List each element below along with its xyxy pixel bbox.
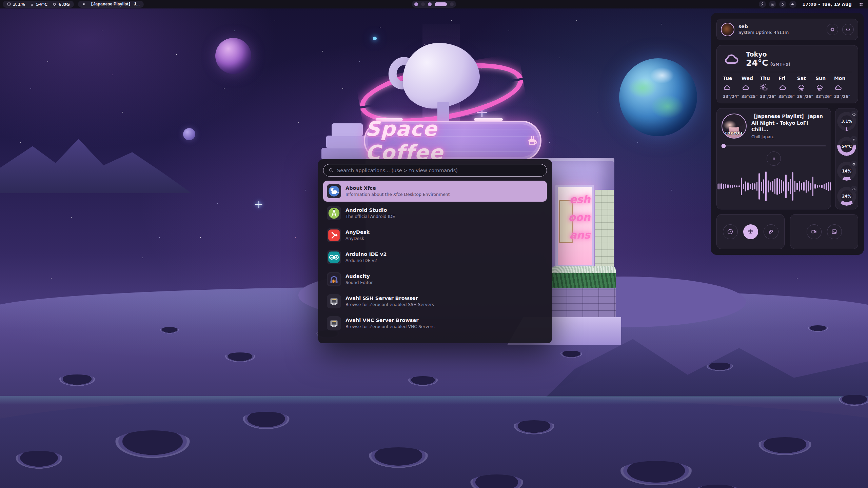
visualizer-bar — [734, 185, 735, 187]
audio-visualizer — [722, 167, 826, 206]
crater — [241, 412, 292, 430]
launcher-item[interactable]: AnyDeskAnyDesk — [323, 225, 547, 246]
capture-image-button[interactable] — [827, 224, 842, 239]
visualizer-bar — [730, 185, 731, 188]
visualizer-bar — [824, 184, 825, 189]
video-icon — [811, 228, 817, 235]
gauge-speedometer: 3.1% — [837, 112, 856, 131]
seek-handle[interactable] — [722, 144, 726, 148]
weather-forecast: Tue33°/24°Wed35°/25°Thu33°/26°Fri35°/26°… — [723, 76, 852, 99]
profile-speedometer-button[interactable] — [723, 224, 738, 239]
small-planet — [183, 128, 195, 140]
thermometer-icon — [30, 2, 34, 6]
search-bar[interactable] — [323, 164, 547, 177]
forecast-temps: 35°/26° — [778, 94, 795, 99]
brick-base — [551, 288, 616, 317]
app-icon-android-studio — [327, 206, 341, 220]
profile-scales-button[interactable] — [743, 224, 758, 239]
crater — [756, 437, 814, 456]
app-icon-arduino — [327, 250, 341, 264]
workspace-dot-5[interactable] — [450, 2, 454, 6]
launcher-item[interactable]: Avahi VNC Server BrowserBrowse for Zeroc… — [323, 313, 547, 334]
workspace-dot-2[interactable] — [421, 2, 425, 6]
planter-bush — [551, 273, 616, 288]
launcher-item[interactable]: Arduino IDE v2Arduino IDE v2 — [323, 247, 547, 268]
forecast-day-label: Fri — [778, 76, 785, 81]
launcher-item[interactable]: AudacitySound Editor — [323, 269, 547, 290]
app-texts: Avahi VNC Server BrowserBrowse for Zeroc… — [346, 318, 434, 329]
workspace-dot-4[interactable] — [435, 2, 447, 6]
visualizer-bar — [796, 183, 798, 190]
cloud-icon — [834, 83, 843, 92]
app-description: Arduino IDE v2 — [346, 258, 387, 263]
album-art-text: TOKYO L — [722, 131, 746, 135]
workspace-switcher — [412, 1, 456, 8]
app-icon-avahi — [327, 294, 341, 308]
play-pause-button[interactable] — [767, 151, 781, 166]
album-art: TOKYO L — [722, 114, 747, 139]
search-input[interactable] — [337, 168, 541, 173]
network-cable-button[interactable] — [759, 1, 766, 8]
visualizer-bar — [718, 183, 720, 189]
mountains-left — [0, 133, 192, 193]
forecast-day-label: Mon — [834, 76, 846, 81]
visualizer-bar — [774, 179, 776, 194]
tile-column — [595, 190, 614, 270]
power-button[interactable] — [842, 24, 854, 35]
chip-icon — [52, 2, 57, 6]
gauge-thermometer: 54°C — [837, 137, 856, 156]
seek-bar[interactable] — [722, 144, 826, 148]
stat-speedometer: 3.1% — [7, 2, 25, 7]
visualizer-bar — [752, 183, 753, 190]
capture-video-button[interactable] — [807, 224, 822, 239]
app-title: About Xfce — [346, 185, 450, 191]
crater — [58, 374, 97, 387]
visualizer-bar — [792, 172, 793, 201]
visualizer-bar — [790, 179, 791, 194]
app-title: Audacity — [346, 273, 373, 279]
visualizer-bar — [783, 181, 785, 191]
clock[interactable]: 17:09 - Tue, 19 Aug — [800, 2, 854, 7]
now-playing-label: 【Japanese Playlist】 J... — [89, 1, 140, 7]
visualizer-bar — [747, 182, 749, 190]
workspace-dot-1[interactable] — [414, 2, 418, 6]
visualizer-bar — [756, 182, 758, 191]
capture-card — [790, 214, 858, 249]
visualizer-bar — [743, 184, 744, 189]
crater — [407, 376, 439, 386]
crater — [837, 395, 868, 406]
speaker-button[interactable] — [789, 1, 796, 8]
apps-grid-button[interactable] — [857, 1, 865, 8]
gauge-chip: 14% — [837, 162, 856, 181]
app-launcher: About XfceInformation about the Xfce Des… — [318, 159, 552, 343]
crater — [224, 352, 256, 363]
visualizer-bar — [801, 183, 803, 190]
chip-icon — [852, 162, 856, 166]
visualizer-bar — [803, 182, 805, 191]
visualizer-bar — [736, 185, 737, 187]
launcher-item[interactable]: Avahi SSH Server BrowserBrowse for Zeroc… — [323, 291, 547, 312]
visualizer-bar — [738, 185, 740, 187]
visualizer-bar — [768, 180, 769, 192]
app-icon-avahi — [327, 316, 341, 330]
tray-area: 17:09 - Tue, 19 Aug — [759, 1, 865, 8]
user-name: seb — [738, 23, 789, 30]
forecast-temps: 36°/26° — [797, 94, 813, 99]
launcher-item[interactable]: Android StudioThe official Android IDE — [323, 203, 547, 224]
roof-step — [321, 148, 372, 160]
launcher-item[interactable]: About XfceInformation about the Xfce Des… — [323, 181, 547, 202]
workspace-dot-3[interactable] — [428, 2, 432, 6]
sun-cloud-icon — [760, 83, 768, 92]
now-playing-pill[interactable]: 【Japanese Playlist】 J... — [78, 1, 144, 8]
settings-button[interactable] — [827, 24, 838, 35]
profile-leaf-button[interactable] — [764, 224, 778, 239]
speaker-icon — [791, 2, 795, 6]
neon-word: oon — [556, 208, 590, 226]
wallpaper-button[interactable] — [769, 1, 776, 8]
forecast-day: Thu33°/26° — [760, 76, 777, 99]
visualizer-bar — [808, 181, 809, 191]
forecast-day-label: Sat — [797, 76, 806, 81]
bell-button[interactable] — [779, 1, 786, 8]
visualizer-bar — [788, 182, 789, 191]
forecast-day: Sat36°/26° — [797, 76, 815, 99]
